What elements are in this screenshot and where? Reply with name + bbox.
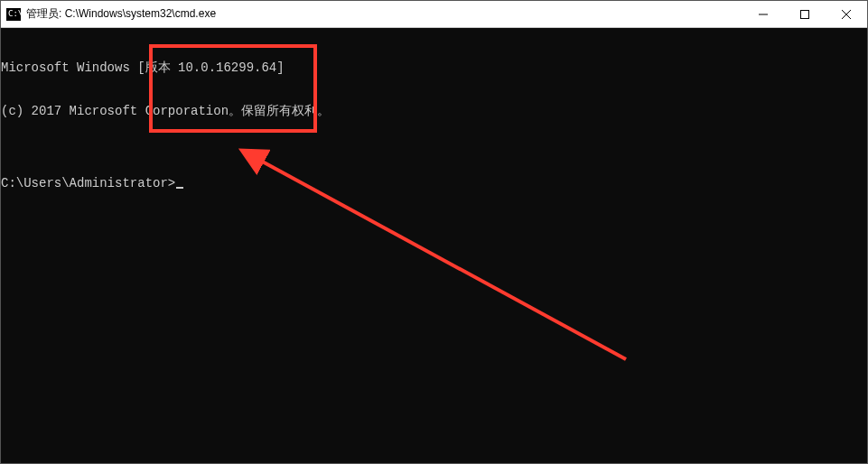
annotation-rectangle bbox=[149, 44, 317, 133]
titlebar-left: C:\ 管理员: C:\Windows\system32\cmd.exe bbox=[1, 6, 216, 22]
minimize-button[interactable] bbox=[742, 1, 784, 27]
cmd-window: C:\ 管理员: C:\Windows\system32\cmd.exe bbox=[0, 0, 868, 464]
cmd-icon-text: C:\ bbox=[8, 10, 23, 18]
titlebar[interactable]: C:\ 管理员: C:\Windows\system32\cmd.exe bbox=[1, 1, 867, 28]
console-line: (c) 2017 Microsoft Corporation。保留所有权利。 bbox=[1, 104, 867, 118]
annotation-arrow bbox=[1, 28, 868, 464]
console-prompt-line: C:\Users\Administrator> bbox=[1, 176, 867, 190]
close-button[interactable] bbox=[826, 1, 867, 27]
cursor-icon bbox=[176, 187, 183, 189]
svg-rect-1 bbox=[801, 10, 809, 18]
window-title: 管理员: C:\Windows\system32\cmd.exe bbox=[26, 6, 216, 22]
maximize-button[interactable] bbox=[784, 1, 826, 27]
console-output[interactable]: Microsoft Windows [版本 10.0.16299.64] (c)… bbox=[1, 28, 867, 463]
console-line: Microsoft Windows [版本 10.0.16299.64] bbox=[1, 60, 867, 75]
maximize-icon bbox=[800, 10, 809, 19]
cmd-icon: C:\ bbox=[6, 8, 21, 21]
window-controls bbox=[742, 1, 867, 27]
console-prompt: C:\Users\Administrator> bbox=[1, 176, 175, 190]
close-icon bbox=[842, 10, 851, 19]
minimize-icon bbox=[759, 10, 768, 19]
